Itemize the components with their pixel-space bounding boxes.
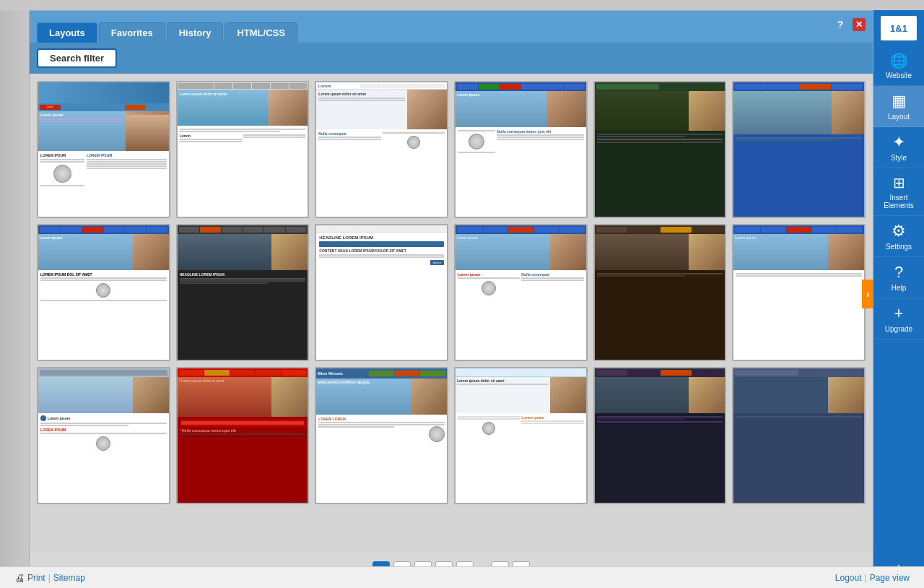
footer: 🖨 Print | Sitemap Logout | Page view: [0, 566, 924, 588]
help-icon[interactable]: ?: [834, 18, 847, 31]
style-icon: ✦: [892, 133, 905, 152]
sidebar-label-website: Website: [886, 72, 912, 79]
footer-separator-2: |: [865, 573, 867, 583]
right-sidebar: 1&1 🌐 Website ▦ Layout ✦ Style ⊞ Insert …: [873, 10, 924, 588]
sidebar-expand-arrow[interactable]: ›: [862, 280, 873, 308]
thumbnail-15[interactable]: Blue Mosaic MAECENAS DAPIBUS NEQUE: [315, 367, 448, 504]
main-wrapper: Layouts Favorites History HTML/CSS ? ✕ S…: [29, 10, 924, 588]
sidebar-item-website[interactable]: 🌐 Website: [873, 46, 924, 86]
sidebar-label-insert: Insert Elements: [876, 194, 921, 209]
logout-link[interactable]: Logout: [835, 573, 862, 583]
footer-left: 🖨 Print | Sitemap: [14, 572, 85, 584]
sidebar-item-settings[interactable]: ⚙ Settings: [873, 216, 924, 257]
thumbnail-14[interactable]: * Lorem ipsum dolor et amet * Hello cons…: [176, 367, 310, 504]
thumbnail-10[interactable]: Lorem ipsum Lorem ipsum Nulla consequat: [454, 224, 588, 361]
layout-icon: ▦: [892, 92, 907, 111]
sidebar-item-style[interactable]: ✦ Style: [873, 127, 924, 168]
sidebar-item-layout[interactable]: ▦ Layout: [873, 86, 924, 127]
tab-layouts[interactable]: Layouts: [37, 22, 97, 43]
sidebar-label-help: Help: [892, 284, 907, 292]
thumbnail-12[interactable]: Lorem ipsum: [732, 224, 866, 361]
footer-right: Logout | Page view: [835, 573, 910, 583]
search-bar: Search filter: [30, 43, 873, 74]
content-area: Layouts Favorites History HTML/CSS ? ✕ S…: [29, 10, 873, 588]
thumbnail-8[interactable]: HEADLINE LOREM IPSUM: [176, 224, 310, 361]
thumbnail-9[interactable]: HEADLINE LOREM IPSUM CONTENT HEAD LOREM …: [315, 224, 448, 361]
thumbnail-3[interactable]: Lorem Lorem ipsum dolor sit amet: [315, 81, 448, 218]
search-filter-button[interactable]: Search filter: [37, 48, 117, 68]
thumbnail-6[interactable]: [732, 81, 866, 218]
upgrade-icon: +: [894, 304, 904, 323]
thumbnail-17[interactable]: [593, 367, 727, 504]
thumbnails-area[interactable]: Lorem Lorem ipsum: [30, 74, 873, 553]
brand-logo: 1&1: [881, 16, 917, 40]
tab-history[interactable]: History: [167, 22, 224, 43]
tab-htmlcss[interactable]: HTML/CSS: [225, 22, 297, 43]
sitemap-link[interactable]: Sitemap: [53, 573, 85, 583]
footer-separator-1: |: [48, 573, 51, 583]
thumbnail-18[interactable]: [732, 367, 866, 504]
page-view-link[interactable]: Page view: [870, 573, 910, 583]
thumbnails-grid: Lorem Lorem ipsum: [37, 81, 866, 504]
insert-icon: ⊞: [893, 174, 905, 191]
thumbnail-16[interactable]: Lorem ipsum dolor sit amet: [454, 367, 588, 504]
close-icon[interactable]: ✕: [853, 18, 866, 31]
settings-icon: ⚙: [892, 222, 906, 241]
thumbnail-1[interactable]: Lorem Lorem ipsum: [37, 81, 170, 218]
print-icon: 🖨: [14, 572, 25, 584]
left-edge: [0, 10, 29, 566]
sidebar-label-style: Style: [891, 154, 907, 162]
tab-favorites[interactable]: Favorites: [99, 22, 165, 43]
sidebar-item-insert[interactable]: ⊞ Insert Elements: [873, 168, 924, 216]
sidebar-item-upgrade[interactable]: + Upgrade: [873, 298, 924, 340]
sidebar-item-help[interactable]: ? Help: [873, 257, 924, 298]
thumbnail-13[interactable]: Lorem ipsum LOREM IPSUM: [37, 367, 170, 504]
tab-icons: ? ✕: [834, 18, 866, 31]
sidebar-label-upgrade: Upgrade: [885, 325, 912, 333]
help-icon: ?: [894, 263, 903, 282]
tab-bar: Layouts Favorites History HTML/CSS ? ✕: [30, 11, 873, 43]
sidebar-label-layout: Layout: [888, 113, 910, 121]
thumbnail-4[interactable]: Lorem ipsum Nulla consequat metu: [454, 81, 588, 218]
thumbnail-11[interactable]: [593, 224, 727, 361]
print-link[interactable]: Print: [27, 573, 45, 583]
thumbnail-5[interactable]: [593, 81, 727, 218]
thumbnail-7[interactable]: Lorem ipsum LOREM IPSUM DOL SIT AMET: [37, 224, 170, 361]
thumbnail-2[interactable]: Lorem ipsum dolor sit amet Lorem: [176, 81, 310, 218]
website-icon: 🌐: [890, 52, 908, 69]
sidebar-label-settings: Settings: [886, 243, 912, 251]
